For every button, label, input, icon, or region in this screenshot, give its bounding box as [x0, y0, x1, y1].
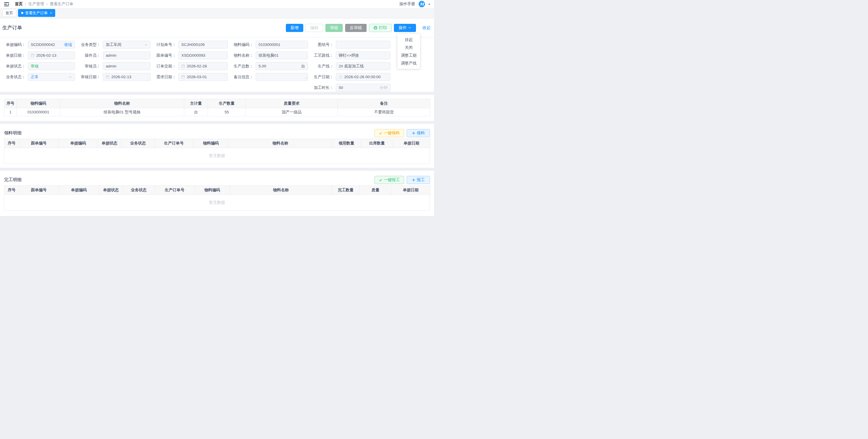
- user-avatar[interactable]: M: [418, 1, 425, 7]
- edit-button[interactable]: 编辑: [306, 24, 323, 32]
- field-process-route: 工艺路线： 铆钉=>焊接: [310, 52, 391, 59]
- order-due-input[interactable]: 2026-02-28: [178, 62, 228, 70]
- add-button[interactable]: 新增: [286, 24, 303, 32]
- follow-no-input[interactable]: XSDD000093: [178, 52, 228, 59]
- add-report-button[interactable]: 报工: [407, 176, 430, 184]
- field-label: 单据状态：: [2, 64, 28, 69]
- collapse-panel-link[interactable]: 收起: [423, 25, 431, 31]
- col-header: 物料名称: [229, 139, 332, 148]
- finish-table: 序号 跟单编号 单据编码 单据状态 业务状态 生产订单号 物料编码 物料名称 完…: [4, 185, 430, 195]
- field-auditor: 审核员： admin: [77, 62, 151, 70]
- col-header: 单据日期: [392, 186, 430, 195]
- doc-status-input[interactable]: 审核: [28, 62, 75, 70]
- material-name-input[interactable]: 组装电脑01: [256, 52, 308, 59]
- material-code-input[interactable]: 0103000001: [256, 41, 308, 49]
- doc-date-input[interactable]: 2026-02-13: [28, 52, 75, 59]
- picking-table: 序号 跟单编号 单据编码 单据状态 业务状态 生产订单号 物料编码 物料名称 领…: [4, 139, 430, 148]
- prod-line-input[interactable]: 2# 底架加工线: [336, 62, 391, 70]
- menu-item-suspend[interactable]: 挂起: [397, 36, 420, 43]
- tab-close-icon[interactable]: ×: [50, 11, 52, 15]
- drawing-no-input[interactable]: [336, 41, 391, 49]
- col-header: 单据状态: [99, 186, 123, 195]
- quick-report-button[interactable]: 一键报工: [374, 176, 404, 184]
- breadcrumb-separator: /: [46, 2, 48, 6]
- col-header: 序号: [4, 99, 17, 108]
- actions-dropdown-button[interactable]: 操作: [394, 24, 416, 32]
- status-badge: 审核: [31, 64, 72, 69]
- breadcrumb-current: 查看生产订单: [50, 1, 73, 7]
- field-prod-date: 生产日期： 2026-02-26 00:00:00: [310, 73, 391, 81]
- breadcrumb-section[interactable]: 生产管理: [28, 1, 44, 7]
- col-header: 质量要求: [246, 99, 338, 108]
- process-route-input[interactable]: 铆钉=>焊接: [336, 52, 391, 59]
- menu-item-adjust-schedule[interactable]: 调整工期: [397, 52, 420, 59]
- col-header: 领用数量: [332, 139, 361, 148]
- field-biz-type: 业务类型： 加工车间: [77, 41, 151, 49]
- user-caret-down-icon[interactable]: ▾: [429, 3, 430, 6]
- menu-item-close[interactable]: 关闭: [397, 43, 420, 52]
- order-card: 生产订单 新增 编辑 审核 反审核 打印 操作 收起 单据编码：: [0, 18, 434, 92]
- field-label: 物料编码：: [230, 42, 256, 48]
- calendar-icon: [31, 54, 35, 57]
- biz-status-select[interactable]: 正常: [28, 73, 75, 81]
- operator-input[interactable]: admin: [103, 52, 151, 59]
- materials-table: 序号 物料编码 物料名称 主计量 生产数量 质量要求 备注 1 01030000…: [4, 99, 430, 116]
- field-label: 业务类型：: [77, 42, 103, 48]
- biz-type-select[interactable]: 加工车间: [103, 41, 151, 49]
- col-header: 单据状态: [98, 139, 121, 148]
- demand-date-input[interactable]: 2026-03-01: [178, 73, 228, 81]
- col-header: 物料名称: [60, 99, 184, 108]
- quick-pick-button[interactable]: 一键领料: [374, 129, 404, 137]
- field-label: 审核员：: [77, 64, 103, 69]
- plan-no-input[interactable]: SCJH000109: [178, 41, 228, 49]
- col-header: 出库数量: [361, 139, 393, 148]
- check-icon: [379, 178, 382, 182]
- field-label: 加工时长：: [310, 85, 336, 90]
- field-follow-no: 跟单编号： XSDD000093: [153, 52, 228, 59]
- field-label: 需求日期：: [153, 75, 178, 80]
- total-qty-input[interactable]: 5.00 台: [256, 62, 308, 70]
- menu-item-adjust-line[interactable]: 调整产线: [397, 59, 420, 67]
- add-pick-button[interactable]: 领料: [407, 129, 430, 137]
- col-header: 单据编码: [59, 139, 98, 148]
- duration-input[interactable]: 50 分钟: [336, 84, 391, 92]
- picking-empty-state: 暂无数据: [4, 148, 430, 164]
- app-header: 首页 / 生产管理 / 查看生产订单 操作手册 M ▾: [0, 0, 434, 8]
- field-duration: 加工时长： 50 分钟: [310, 84, 391, 92]
- field-label: 跟单编号：: [153, 53, 178, 58]
- col-header: 序号: [4, 186, 19, 195]
- unit-suffix: 分钟: [380, 85, 388, 90]
- breadcrumb: 首页 / 生产管理 / 查看生产订单: [15, 1, 73, 7]
- tab-home[interactable]: 首页: [2, 9, 16, 17]
- field-audit-date: 审核日期： 2026-02-13: [77, 73, 151, 81]
- shrink-link[interactable]: 收缩: [64, 42, 72, 48]
- field-label: 订单交期：: [153, 64, 178, 69]
- menu-fold-icon[interactable]: [4, 2, 9, 6]
- field-label: 生产日期：: [310, 75, 336, 80]
- unaudit-button[interactable]: 反审核: [345, 24, 367, 32]
- manual-link[interactable]: 操作手册: [399, 1, 415, 7]
- print-button[interactable]: 打印: [369, 24, 392, 32]
- doc-code-input[interactable]: SCDD000042 收缩: [28, 41, 75, 49]
- active-dot-icon: [21, 12, 23, 14]
- plus-icon: [412, 131, 415, 135]
- remark-textarea[interactable]: [256, 73, 308, 81]
- picking-section: 领料明细 一键领料 领料 序号 跟单编号 单据编码 单据状态 业务状态 生产订单…: [0, 124, 434, 168]
- prod-date-input[interactable]: 2026-02-26 00:00:00: [336, 73, 391, 81]
- breadcrumb-home[interactable]: 首页: [15, 1, 23, 7]
- table-row[interactable]: 1 0103000001 组装电脑01 型号规格 台 55 国产一级品 不要韩国…: [4, 108, 430, 116]
- auditor-input[interactable]: admin: [103, 62, 151, 70]
- field-material-name: 物料名称： 组装电脑01: [230, 52, 308, 59]
- tabs-bar: 首页 查看生产订单 ×: [0, 8, 434, 18]
- calendar-icon: [106, 75, 110, 79]
- field-label: 单据编码：: [2, 42, 28, 48]
- plus-icon: [412, 178, 415, 182]
- page-title: 生产订单: [2, 24, 22, 31]
- tab-view-production-order[interactable]: 查看生产订单 ×: [18, 9, 55, 17]
- col-header: 业务状态: [123, 186, 155, 195]
- audit-button[interactable]: 审核: [326, 24, 343, 32]
- resize-handle-icon[interactable]: [305, 76, 307, 80]
- audit-date-input[interactable]: 2026-02-13: [103, 73, 151, 81]
- field-label: 生产总数：: [230, 64, 256, 69]
- finish-section-title: 完工明细: [4, 177, 22, 182]
